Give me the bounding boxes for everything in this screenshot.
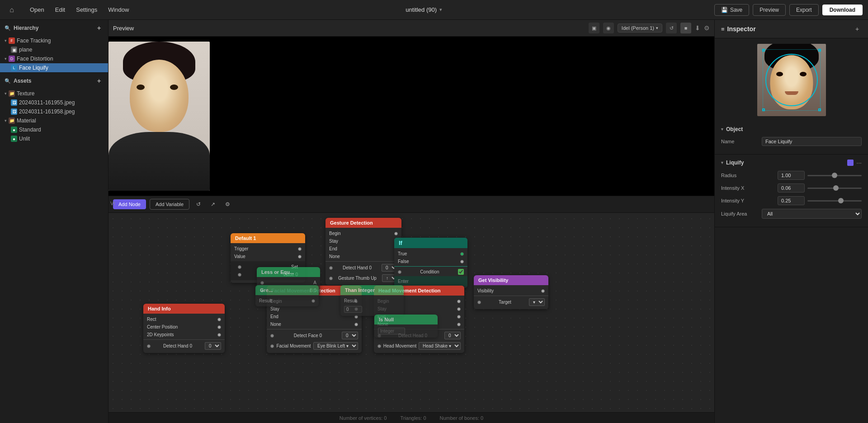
tree-item-img1[interactable]: 🖼 20240311-161955.jpeg — [0, 98, 108, 107]
fm-movement-select[interactable]: Eye Blink Left ▾ — [313, 342, 358, 350]
intensity-y-input[interactable] — [778, 196, 805, 205]
condition-checkbox[interactable] — [458, 269, 464, 275]
home-button[interactable]: ⌂ — [5, 4, 18, 16]
gv-target-port[interactable] — [477, 301, 481, 304]
material-folder-icon: 📁 — [9, 118, 15, 124]
radius-input[interactable] — [778, 171, 805, 180]
liquify-area-select[interactable]: All Face Eyes Nose Mouth — [762, 209, 862, 219]
preview-button[interactable]: Preview — [753, 4, 786, 16]
preview-icon-circle[interactable]: ◉ — [603, 23, 614, 33]
download-button[interactable]: Download — [822, 5, 863, 15]
le-a-port[interactable] — [260, 281, 264, 285]
hm-stay-port[interactable] — [457, 307, 461, 311]
save-button[interactable]: 💾 Save — [714, 4, 749, 16]
fm-detect-select[interactable]: 0 — [342, 332, 358, 339]
menu-edit[interactable]: Edit — [51, 5, 70, 15]
in-integer — [374, 326, 438, 336]
value-port[interactable] — [298, 255, 302, 258]
tree-item-unlit[interactable]: ● Unlit — [0, 134, 108, 143]
texture-folder-icon: 📁 — [9, 90, 15, 97]
menu-open[interactable]: Open — [25, 5, 49, 15]
ti-value-input[interactable] — [344, 306, 362, 313]
in-integer-input[interactable] — [378, 328, 405, 334]
hi-center-port[interactable] — [217, 325, 221, 329]
topbar-actions: 💾 Save Preview Export Download — [714, 4, 863, 16]
intensity-y-slider[interactable] — [807, 200, 862, 202]
person-selector[interactable]: Idel (Person 1) ▾ — [618, 24, 662, 33]
false-port[interactable] — [460, 260, 464, 263]
hm-begin-port[interactable] — [457, 300, 461, 303]
hm-none-port[interactable] — [457, 323, 461, 326]
inspector-thumbnail — [715, 38, 868, 122]
settings-graph-button[interactable]: ⚙ — [222, 199, 233, 210]
tree-item-texture[interactable]: ▾ 📁 Texture — [0, 89, 108, 98]
hm-movement-port[interactable] — [377, 344, 381, 348]
menu-settings[interactable]: Settings — [71, 5, 102, 15]
gv-target-select[interactable]: ▾ — [529, 298, 545, 306]
tree-item-img2[interactable]: 🖼 20240311-161958.jpeg — [0, 107, 108, 116]
tree-item-material[interactable]: ▾ 📁 Material — [0, 116, 108, 125]
gv-visibility-port[interactable] — [541, 289, 545, 293]
node-graph[interactable]: VI Add Node Add Variable ↺ ↗ ⚙ Default 1… — [108, 196, 714, 423]
set-port-in[interactable] — [238, 265, 241, 269]
preview-body — [108, 37, 714, 196]
fm-movement-port[interactable] — [270, 344, 274, 348]
begin-port[interactable] — [394, 232, 398, 235]
menu-window[interactable]: Window — [104, 5, 133, 15]
gr-result-port[interactable] — [311, 299, 315, 303]
hi-detect-select[interactable]: 0 — [205, 342, 221, 350]
inspector-add-button[interactable]: + — [853, 24, 862, 33]
liquify-enable-checkbox[interactable] — [847, 160, 854, 166]
hi-2d-port[interactable] — [217, 333, 221, 337]
preview-stop-button[interactable]: ■ — [680, 23, 691, 33]
node-row-stay: Stay — [326, 237, 401, 245]
tree-item-face-distortion[interactable]: ▾ D Face Distortion — [0, 54, 108, 63]
tree-item-plane[interactable]: ▣ plane — [0, 45, 108, 54]
hm-movement-select[interactable]: Head Shake ▾ — [419, 342, 461, 350]
export-button[interactable]: Export — [789, 4, 819, 16]
inspector-face-preview — [757, 44, 826, 116]
export-graph-button[interactable]: ↗ — [208, 199, 218, 210]
intensity-y-row: Intensity Y — [721, 196, 862, 205]
radius-slider[interactable] — [807, 175, 862, 176]
true-port[interactable] — [460, 252, 464, 256]
intensity-x-slider[interactable] — [807, 188, 862, 189]
vi-label: VI — [110, 201, 115, 206]
hm-end-port[interactable] — [457, 315, 461, 319]
hi-detect-port[interactable] — [147, 344, 151, 348]
fm-none-port[interactable] — [354, 323, 358, 326]
hierarchy-add-button[interactable]: + — [94, 24, 104, 33]
value0-port-in[interactable] — [238, 273, 241, 277]
tree-item-face-tracking[interactable]: ▾ F Face Tracking — [0, 36, 108, 45]
node-gesture-detection: Gesture Detection Begin Stay End — [326, 218, 401, 285]
intensity-x-input[interactable] — [778, 183, 805, 193]
face-distortion-label: Face Distortion — [17, 56, 53, 62]
search-icon: 🔍 — [5, 25, 11, 31]
preview-refresh-button[interactable]: ↺ — [666, 23, 677, 33]
preview-canvas — [108, 37, 714, 196]
trigger-port[interactable] — [298, 247, 302, 251]
fm-detect-port[interactable] — [270, 334, 274, 338]
preview-settings-icon[interactable]: ⚙ — [704, 24, 710, 32]
face-liquify-icon: L — [11, 65, 17, 71]
face-tracking-label: Face Tracking — [17, 38, 51, 44]
detect-port[interactable] — [329, 266, 333, 270]
preview-icon-rect[interactable]: ▣ — [589, 23, 599, 33]
tree-arrow-texture: ▾ — [5, 91, 7, 96]
condition-port-in[interactable] — [398, 270, 401, 274]
hm-detect-select[interactable]: 0 — [444, 332, 461, 339]
inspector-header: ≡ Inspector + — [715, 20, 868, 38]
name-input[interactable] — [762, 137, 862, 146]
triangles-status: Triangles: 0 — [400, 415, 426, 421]
assets-add-button[interactable]: + — [94, 76, 104, 85]
liquify-more-options[interactable]: ··· — [856, 159, 862, 166]
gesture-port[interactable] — [329, 277, 333, 280]
tree-item-face-liquify[interactable]: L Face Liquify — [0, 63, 108, 72]
tree-item-standard[interactable]: ● Standard — [0, 125, 108, 134]
hi-rect-port[interactable] — [217, 318, 221, 321]
save-icon: 💾 — [721, 7, 728, 13]
add-node-button[interactable]: Add Node — [113, 199, 146, 209]
add-variable-button[interactable]: Add Variable — [150, 199, 189, 210]
refresh-graph-button[interactable]: ↺ — [193, 199, 204, 210]
node-get-visibility: Get Visibility Visibility Target ▾ — [474, 275, 548, 309]
